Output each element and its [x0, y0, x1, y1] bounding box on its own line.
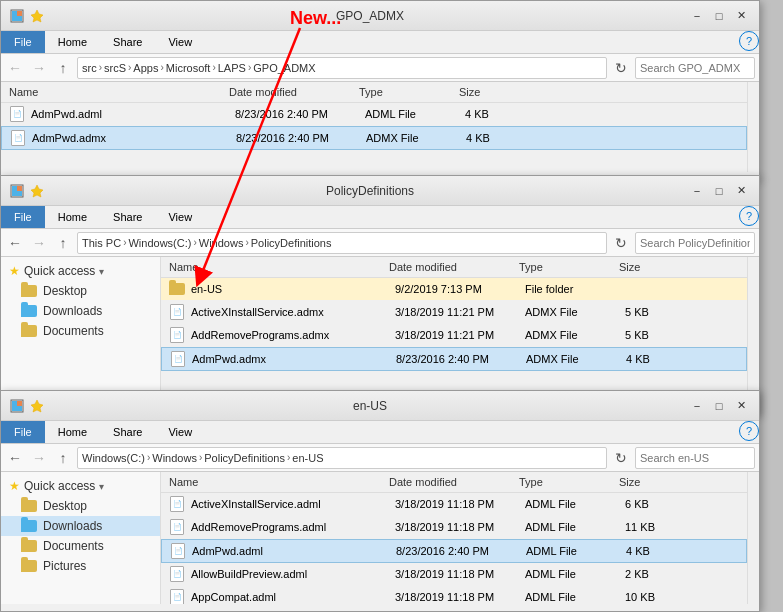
- search-win2[interactable]: [635, 232, 755, 254]
- tab-home-win3[interactable]: Home: [45, 421, 100, 443]
- win3-minimize[interactable]: −: [687, 396, 707, 416]
- forward-btn-win1[interactable]: →: [29, 58, 49, 78]
- path-thispc[interactable]: This PC: [82, 237, 121, 249]
- file-date-win3-3: 3/18/2019 11:18 PM: [395, 568, 525, 580]
- col-type-win1[interactable]: Type: [359, 86, 459, 98]
- up-btn-win3[interactable]: ↑: [53, 448, 73, 468]
- path-gpo[interactable]: GPO_ADMX: [253, 62, 315, 74]
- up-btn-win2[interactable]: ↑: [53, 233, 73, 253]
- col-date-win3[interactable]: Date modified: [389, 476, 519, 488]
- scrollbar-win2[interactable]: [747, 257, 759, 407]
- doc-icon: 📄: [170, 304, 184, 320]
- file-row-win3-4[interactable]: 📄 AppCompat.adml 3/18/2019 11:18 PM ADML…: [161, 586, 747, 604]
- tab-file-win1[interactable]: File: [1, 31, 45, 53]
- sidebar-quickaccess-win2[interactable]: ★ Quick access ▾: [1, 261, 160, 281]
- tab-home-win1[interactable]: Home: [45, 31, 100, 53]
- tab-view-win3[interactable]: View: [155, 421, 205, 443]
- col-type-win3[interactable]: Type: [519, 476, 619, 488]
- sidebar-item-documents-win2[interactable]: Documents: [1, 321, 160, 341]
- help-btn-win2[interactable]: ?: [739, 206, 759, 226]
- path-policydefs[interactable]: PolicyDefinitions: [251, 237, 332, 249]
- tab-share-win3[interactable]: Share: [100, 421, 155, 443]
- scrollbar-win3[interactable]: [747, 472, 759, 604]
- win1-minimize[interactable]: −: [687, 6, 707, 26]
- sidebar-item-downloads-win3[interactable]: Downloads: [1, 516, 160, 536]
- path-src[interactable]: src: [82, 62, 97, 74]
- tab-view-win1[interactable]: View: [155, 31, 205, 53]
- col-size-win3[interactable]: Size: [619, 476, 679, 488]
- path-apps[interactable]: Apps: [133, 62, 158, 74]
- path-windows[interactable]: Windows: [199, 237, 244, 249]
- col-date-win1[interactable]: Date modified: [229, 86, 359, 98]
- back-btn-win3[interactable]: ←: [5, 448, 25, 468]
- forward-btn-win2[interactable]: →: [29, 233, 49, 253]
- file-row-win3-1[interactable]: 📄 AddRemovePrograms.adml 3/18/2019 11:18…: [161, 516, 747, 539]
- file-row-win2-1[interactable]: 📄 ActiveXInstallService.admx 3/18/2019 1…: [161, 301, 747, 324]
- file-row-win2-0[interactable]: en-US 9/2/2019 7:13 PM File folder: [161, 278, 747, 301]
- sidebar-item-documents-win3[interactable]: Documents: [1, 536, 160, 556]
- search-win1[interactable]: [635, 57, 755, 79]
- up-btn-win1[interactable]: ↑: [53, 58, 73, 78]
- col-size-win2[interactable]: Size: [619, 261, 679, 273]
- path-srcs[interactable]: srcS: [104, 62, 126, 74]
- scrollbar-win1[interactable]: [747, 82, 759, 172]
- path-windowsc3[interactable]: Windows(C:): [82, 452, 145, 464]
- sidebar-quickaccess-win3[interactable]: ★ Quick access ▾: [1, 476, 160, 496]
- file-name-win2-1: ActiveXInstallService.admx: [191, 306, 395, 318]
- file-row-win3-2[interactable]: 📄 AdmPwd.adml 8/23/2016 2:40 PM ADML Fil…: [161, 539, 747, 563]
- path-microsoft[interactable]: Microsoft: [166, 62, 211, 74]
- refresh-btn-win2[interactable]: ↻: [611, 233, 631, 253]
- forward-btn-win3[interactable]: →: [29, 448, 49, 468]
- sidebar-item-desktop-win3[interactable]: Desktop: [1, 496, 160, 516]
- help-btn-win3[interactable]: ?: [739, 421, 759, 441]
- file-row-win1-1[interactable]: 📄 AdmPwd.admx 8/23/2016 2:40 PM ADMX Fil…: [1, 126, 747, 150]
- tab-home-win2[interactable]: Home: [45, 206, 100, 228]
- address-path-win2[interactable]: This PC › Windows(C:) › Windows › Policy…: [77, 232, 607, 254]
- address-path-win1[interactable]: src › srcS › Apps › Microsoft › LAPS › G…: [77, 57, 607, 79]
- win2-maximize[interactable]: □: [709, 181, 729, 201]
- back-btn-win2[interactable]: ←: [5, 233, 25, 253]
- help-btn-win1[interactable]: ?: [739, 31, 759, 51]
- file-row-win2-2[interactable]: 📄 AddRemovePrograms.admx 3/18/2019 11:21…: [161, 324, 747, 347]
- col-date-win2[interactable]: Date modified: [389, 261, 519, 273]
- file-size-win2-1: 5 KB: [625, 306, 685, 318]
- win2-minimize[interactable]: −: [687, 181, 707, 201]
- col-type-win2[interactable]: Type: [519, 261, 619, 273]
- tab-file-win2[interactable]: File: [1, 206, 45, 228]
- sidebar-item-desktop-win2[interactable]: Desktop: [1, 281, 160, 301]
- path-laps[interactable]: LAPS: [218, 62, 246, 74]
- sidebar-item-downloads-win2[interactable]: Downloads: [1, 301, 160, 321]
- col-name-win1[interactable]: Name: [9, 86, 229, 98]
- file-row-win2-3[interactable]: 📄 AdmPwd.admx 8/23/2016 2:40 PM ADMX Fil…: [161, 347, 747, 371]
- file-row-win3-3[interactable]: 📄 AllowBuildPreview.adml 3/18/2019 11:18…: [161, 563, 747, 586]
- address-path-win3[interactable]: Windows(C:) › Windows › PolicyDefinition…: [77, 447, 607, 469]
- search-win3[interactable]: [635, 447, 755, 469]
- file-row-win1-0[interactable]: 📄 AdmPwd.adml 8/23/2016 2:40 PM ADML Fil…: [1, 103, 747, 126]
- doc-icon: 📄: [171, 543, 185, 559]
- path-windows3[interactable]: Windows: [152, 452, 197, 464]
- tab-share-win1[interactable]: Share: [100, 31, 155, 53]
- file-list-win3: Name Date modified Type Size 📄 ActiveXIn…: [161, 472, 747, 604]
- refresh-btn-win1[interactable]: ↻: [611, 58, 631, 78]
- tab-share-win2[interactable]: Share: [100, 206, 155, 228]
- refresh-btn-win3[interactable]: ↻: [611, 448, 631, 468]
- sidebar-item-pictures-win3[interactable]: Pictures: [1, 556, 160, 576]
- tab-view-win2[interactable]: View: [155, 206, 205, 228]
- title-bar-icons-win2: [9, 183, 45, 199]
- back-btn-win1[interactable]: ←: [5, 58, 25, 78]
- win2-close[interactable]: ✕: [731, 181, 751, 201]
- path-windowsc[interactable]: Windows(C:): [128, 237, 191, 249]
- file-size-win3-3: 2 KB: [625, 568, 685, 580]
- win3-close[interactable]: ✕: [731, 396, 751, 416]
- tab-file-win3[interactable]: File: [1, 421, 45, 443]
- col-name-win2[interactable]: Name: [169, 261, 389, 273]
- win3-maximize[interactable]: □: [709, 396, 729, 416]
- path-enus[interactable]: en-US: [292, 452, 323, 464]
- file-icon-win1-0: 📄: [9, 106, 25, 122]
- file-row-win3-0[interactable]: 📄 ActiveXInstallService.adml 3/18/2019 1…: [161, 493, 747, 516]
- col-name-win3[interactable]: Name: [169, 476, 389, 488]
- path-policydefs3[interactable]: PolicyDefinitions: [204, 452, 285, 464]
- win1-close[interactable]: ✕: [731, 6, 751, 26]
- win1-maximize[interactable]: □: [709, 6, 729, 26]
- col-size-win1[interactable]: Size: [459, 86, 519, 98]
